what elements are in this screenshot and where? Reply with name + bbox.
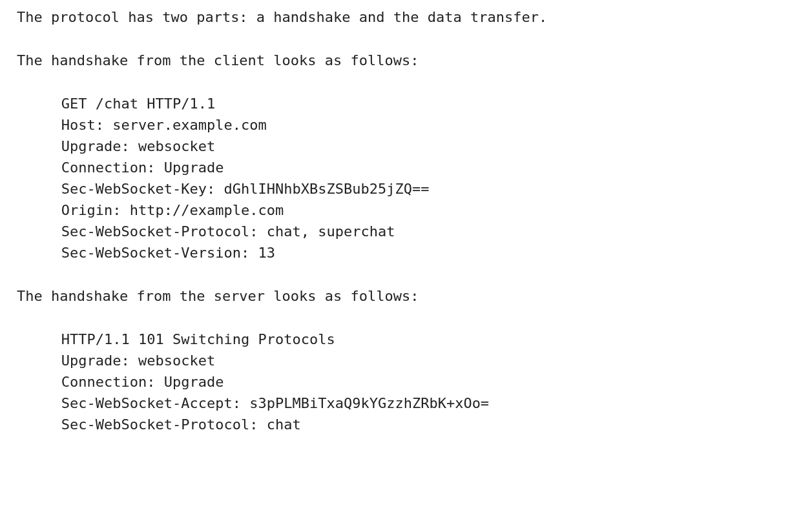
intro-paragraph: The protocol has two parts: a handshake … — [17, 6, 784, 28]
client-handshake-block: GET /chat HTTP/1.1 Host: server.example.… — [17, 93, 784, 263]
client-handshake-lead: The handshake from the client looks as f… — [17, 50, 784, 71]
server-handshake-lead: The handshake from the server looks as f… — [17, 285, 784, 307]
server-handshake-block: HTTP/1.1 101 Switching Protocols Upgrade… — [17, 329, 784, 435]
